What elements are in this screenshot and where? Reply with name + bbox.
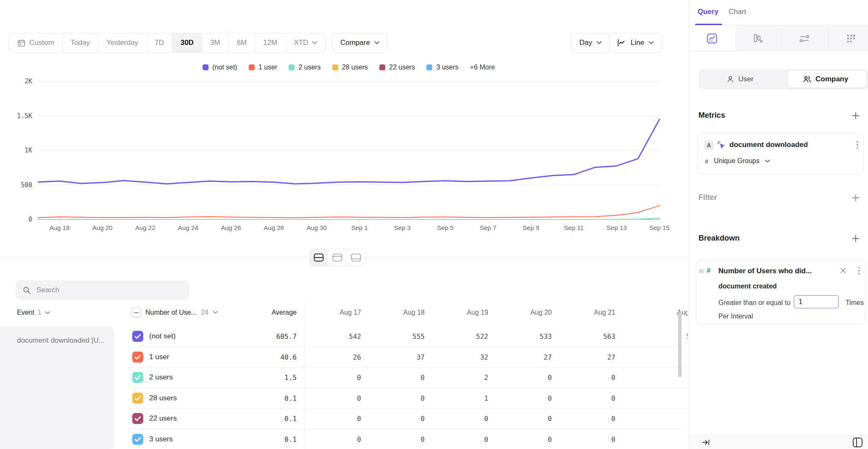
date-column-header: Aug 20 [488, 309, 552, 316]
tab-chart[interactable]: Chart [729, 8, 746, 16]
metric-card[interactable]: A document downloaded # Unique Groups [698, 133, 864, 174]
panel-toggle-icon[interactable] [852, 437, 863, 448]
cell-value: 0 [488, 415, 552, 423]
legend-item[interactable]: 2 users [289, 64, 320, 71]
chevron-down-icon [374, 41, 380, 44]
search-box [16, 280, 189, 300]
more-charts-tab[interactable] [828, 25, 868, 51]
svg-text:Aug 26: Aug 26 [221, 224, 241, 231]
chart-type-dropdown[interactable]: Line [609, 33, 662, 53]
row-checkbox[interactable] [132, 393, 143, 404]
row-checkbox[interactable] [132, 352, 143, 363]
times-input[interactable] [794, 295, 839, 308]
row-checkbox[interactable] [132, 413, 143, 424]
layout-bottom-button[interactable] [347, 249, 365, 266]
search-input[interactable] [36, 286, 183, 294]
date-column-header: Aug 18 [361, 309, 425, 316]
event-name-cell[interactable]: document downloaded [U... [0, 327, 114, 449]
date-column-header: Aug 17 [298, 309, 361, 316]
chart-legend: (not set)1 user2 users28 users22 users3 … [38, 64, 659, 71]
range-3m[interactable]: 3M [202, 33, 229, 52]
breakdown-card[interactable]: # Number of Users who did... document cr… [696, 260, 865, 324]
breakdown-condition[interactable]: Greater than or equal to [718, 299, 790, 307]
segmentation-chart-tab[interactable] [689, 25, 735, 51]
group-column-header[interactable]: Number of Use... 24 [131, 308, 218, 317]
range-12m[interactable]: 12M [255, 33, 286, 52]
metric-name: document downloaded [729, 141, 808, 149]
range-today[interactable]: Today [63, 33, 98, 52]
legend-label: 28 users [342, 64, 368, 71]
funnel-chart-tab[interactable] [735, 25, 781, 51]
range-label: 7D [155, 39, 164, 47]
add-metric-button[interactable] [852, 112, 860, 119]
company-toggle[interactable]: Company [787, 71, 866, 88]
close-icon[interactable] [840, 267, 846, 274]
panel-footer [689, 435, 868, 449]
legend-item[interactable]: 1 user [249, 64, 277, 71]
collapse-panel-icon[interactable] [702, 439, 710, 446]
breakdown-menu-button[interactable] [858, 267, 860, 274]
select-all-checkbox[interactable] [131, 308, 141, 317]
metric-menu-button[interactable] [857, 141, 858, 149]
metrics-heading: Metrics [698, 111, 725, 120]
legend-more[interactable]: +6 More [470, 64, 495, 71]
series-label: 22 users [149, 414, 177, 423]
flow-chart-tab[interactable] [782, 25, 827, 51]
tab-query[interactable]: Query [698, 8, 718, 16]
filter-heading: Filter [698, 193, 717, 202]
drag-handle-icon[interactable] [698, 269, 704, 273]
legend-swatch [332, 64, 338, 70]
row-divider [127, 367, 687, 368]
legend-item[interactable]: 28 users [332, 64, 368, 71]
table-scrollbar[interactable] [678, 313, 682, 377]
per-interval-label[interactable]: Per Interval [718, 313, 753, 320]
range-30d[interactable]: 30D [172, 33, 202, 52]
range-7d[interactable]: 7D [147, 33, 172, 52]
row-checkbox[interactable] [132, 331, 143, 342]
legend-swatch [426, 64, 432, 70]
average-value: 0.1 [229, 394, 297, 402]
aggregation-dropdown[interactable]: # Unique Groups [705, 157, 770, 165]
times-unit-label: Times [846, 299, 864, 307]
legend-item[interactable]: 3 users [426, 64, 458, 71]
range-6m[interactable]: 6M [228, 33, 255, 52]
event-column-header[interactable]: Event 1 [17, 309, 50, 316]
legend-label: 22 users [389, 64, 415, 71]
legend-item[interactable]: 22 users [379, 64, 415, 71]
group-header-label: Number of Use... [145, 309, 197, 316]
legend-swatch [203, 64, 209, 70]
add-filter-button[interactable] [852, 194, 860, 202]
legend-item[interactable]: (not set) [203, 64, 237, 71]
cell-value: 0 [635, 415, 687, 423]
number-property-icon: # [707, 266, 710, 275]
hash-icon: # [705, 158, 708, 165]
svg-text:Sep 15: Sep 15 [649, 224, 670, 231]
row-checkbox[interactable] [132, 372, 143, 383]
range-label: Yesterday [106, 39, 138, 47]
layout-top-button[interactable] [328, 249, 347, 266]
user-toggle[interactable]: User [726, 69, 754, 89]
svg-text:Sep 13: Sep 13 [606, 224, 627, 231]
compare-button[interactable]: Compare [332, 33, 388, 53]
row-checkbox[interactable] [132, 434, 143, 445]
cell-value: 0 [635, 435, 687, 443]
range-custom[interactable]: Custom [9, 33, 63, 52]
aggregation-label: Unique Groups [714, 157, 760, 165]
range-xtd[interactable]: XTD [286, 33, 326, 52]
company-icon [803, 75, 811, 83]
row-divider [127, 388, 687, 388]
add-breakdown-button[interactable] [852, 235, 860, 242]
layout-split-button[interactable] [309, 249, 328, 266]
legend-label: 3 users [436, 64, 458, 71]
range-yesterday[interactable]: Yesterday [98, 33, 147, 52]
row-divider [127, 429, 687, 430]
chevron-down-icon [648, 41, 654, 44]
cell-value: 0 [635, 394, 687, 402]
line-chart-icon [707, 33, 718, 44]
check-icon [132, 413, 143, 424]
interval-dropdown[interactable]: Day [571, 33, 610, 53]
compare-label: Compare [340, 39, 370, 47]
average-value: 40.6 [229, 353, 297, 361]
breakdown-event-name[interactable]: document created [718, 283, 777, 290]
layout-toggle-group [309, 249, 366, 266]
